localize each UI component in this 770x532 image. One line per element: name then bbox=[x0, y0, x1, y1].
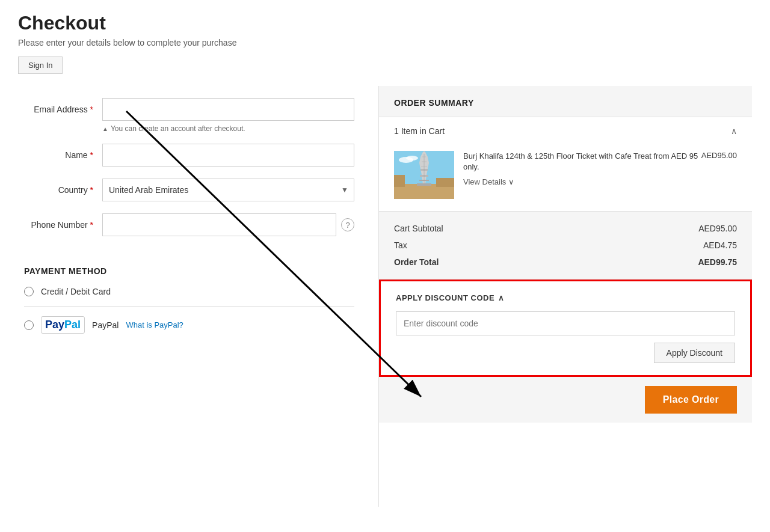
place-order-section: Place Order bbox=[379, 377, 752, 423]
order-total-row: Order Total AED99.75 bbox=[394, 257, 737, 267]
order-summary-header: ORDER SUMMARY bbox=[379, 86, 752, 117]
product-image bbox=[394, 151, 454, 199]
email-hint: ▲ You can create an account after checko… bbox=[102, 124, 354, 133]
order-total-value: AED99.75 bbox=[698, 257, 737, 267]
cart-subtotal-row: Cart Subtotal AED95.00 bbox=[394, 224, 737, 233]
phone-help-icon[interactable]: ? bbox=[341, 218, 354, 231]
paypal-label: PayPal bbox=[92, 320, 119, 330]
paypal-logo: PayPal bbox=[41, 316, 85, 334]
svg-point-2 bbox=[406, 156, 418, 161]
cart-item: Burj Khalifa 124th & 125th Floor Ticket … bbox=[379, 145, 752, 211]
email-label: Email Address * bbox=[24, 105, 102, 114]
chevron-up-icon: ∧ bbox=[498, 293, 505, 302]
view-details-link[interactable]: View Details ∨ bbox=[463, 177, 737, 186]
page-title: Checkout bbox=[18, 12, 752, 34]
burj-khalifa-image bbox=[394, 151, 454, 199]
credit-card-option: Credit / Debit Card bbox=[24, 287, 354, 307]
country-select[interactable]: United Arab Emirates Saudi Arabia Kuwait… bbox=[102, 179, 354, 201]
cart-section: 1 Item in Cart ∧ bbox=[379, 117, 752, 212]
cart-subtotal-label: Cart Subtotal bbox=[394, 224, 443, 233]
discount-code-input[interactable] bbox=[396, 311, 735, 335]
cart-subtotal-value: AED95.00 bbox=[698, 224, 737, 233]
svg-rect-4 bbox=[394, 175, 405, 187]
paypal-radio[interactable] bbox=[24, 320, 34, 330]
paypal-option: PayPal PayPal What is PayPal? bbox=[24, 316, 354, 343]
tax-row: Tax AED4.75 bbox=[394, 240, 737, 250]
what-is-paypal-link[interactable]: What is PayPal? bbox=[126, 320, 183, 329]
order-summary-title: ORDER SUMMARY bbox=[394, 98, 474, 108]
sign-in-button[interactable]: Sign In bbox=[18, 57, 63, 74]
cart-count: 1 Item in Cart bbox=[394, 126, 445, 136]
page-subtitle: Please enter your details below to compl… bbox=[18, 38, 752, 47]
phone-wrapper: ? bbox=[102, 213, 354, 236]
tax-label: Tax bbox=[394, 240, 407, 250]
phone-input[interactable] bbox=[102, 213, 336, 236]
name-input[interactable] bbox=[102, 144, 354, 167]
name-label: Name * bbox=[24, 150, 102, 160]
product-price: AED95.00 bbox=[701, 151, 737, 160]
chevron-up-icon: ∧ bbox=[731, 126, 737, 136]
credit-card-radio[interactable] bbox=[24, 287, 34, 296]
credit-card-label: Credit / Debit Card bbox=[41, 287, 111, 296]
totals-section: Cart Subtotal AED95.00 Tax AED4.75 Order… bbox=[379, 212, 752, 280]
cart-header[interactable]: 1 Item in Cart ∧ bbox=[379, 117, 752, 145]
country-select-wrapper: United Arab Emirates Saudi Arabia Kuwait… bbox=[102, 179, 354, 201]
tax-value: AED4.75 bbox=[703, 240, 737, 250]
apply-discount-button[interactable]: Apply Discount bbox=[654, 343, 735, 363]
svg-rect-15 bbox=[417, 183, 431, 186]
email-input[interactable] bbox=[102, 98, 354, 121]
svg-rect-5 bbox=[436, 178, 454, 187]
chevron-down-icon: ∨ bbox=[508, 177, 514, 186]
product-name: Burj Khalifa 124th & 125th Floor Ticket … bbox=[463, 151, 701, 173]
discount-section: APPLY DISCOUNT CODE ∧ Apply Discount bbox=[379, 280, 752, 377]
payment-method-title: PAYMENT METHOD bbox=[24, 266, 354, 276]
discount-btn-row: Apply Discount bbox=[396, 343, 735, 363]
product-info: Burj Khalifa 124th & 125th Floor Ticket … bbox=[463, 151, 737, 186]
discount-header: APPLY DISCOUNT CODE ∧ bbox=[396, 293, 735, 302]
phone-label: Phone Number * bbox=[24, 220, 102, 230]
country-label: Country * bbox=[24, 185, 102, 195]
place-order-button[interactable]: Place Order bbox=[645, 386, 737, 414]
order-total-label: Order Total bbox=[394, 257, 439, 267]
